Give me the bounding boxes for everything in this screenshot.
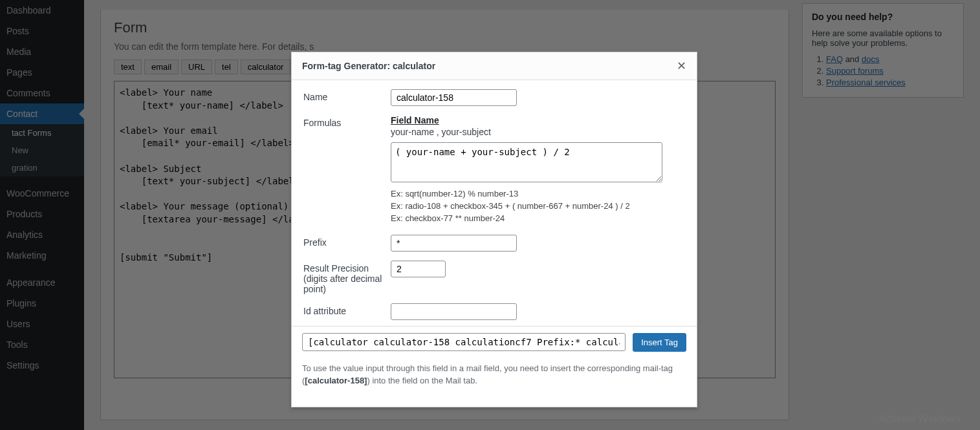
prefix-input[interactable] [391,235,517,252]
close-icon[interactable]: ✕ [677,59,686,73]
precision-label: Result Precision (digits after decimal p… [303,261,391,294]
mail-tag: [calculator-158] [305,376,367,385]
id-label: Id attribute [303,303,391,320]
modal-title: Form-tag Generator: calculator [302,61,435,71]
formula-input[interactable] [391,142,662,182]
insert-tag-button[interactable]: Insert Tag [633,333,686,352]
modal-header: Form-tag Generator: calculator ✕ [292,52,697,80]
shortcode-output[interactable] [302,333,626,351]
windows-activation-watermark: Activate Windows [879,413,961,425]
name-label: Name [303,89,391,106]
form-tag-generator-modal: Form-tag Generator: calculator ✕ Name Fo… [291,52,697,407]
modal-body[interactable]: Name Formulas Field Name your-name , you… [292,80,697,326]
name-input[interactable] [391,89,517,106]
prefix-label: Prefix [303,235,391,252]
precision-input[interactable] [391,261,446,277]
formula-hints: Ex: sqrt(number-12) % number-13 Ex: radi… [391,188,685,225]
formulas-label: Formulas [303,115,391,226]
field-names-list: your-name , your-subject [391,127,685,137]
modal-footer: Insert Tag To use the value input throug… [292,326,697,407]
modal-footer-text: To use the value input through this fiel… [302,355,686,387]
field-name-heading: Field Name [391,115,685,125]
id-input[interactable] [391,303,517,320]
